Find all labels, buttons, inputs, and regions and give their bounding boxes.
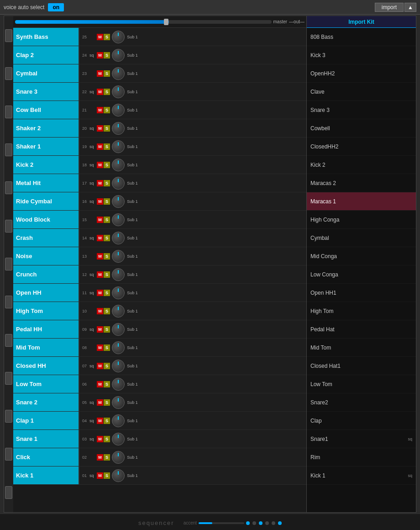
- import-item-7[interactable]: Kick 2: [307, 156, 416, 174]
- knob-18[interactable]: [112, 360, 125, 372]
- solo-btn-24[interactable]: S: [104, 472, 110, 479]
- solo-btn-13[interactable]: S: [104, 271, 110, 278]
- solo-btn-14[interactable]: S: [104, 290, 110, 296]
- mute-btn-19[interactable]: M: [97, 381, 103, 387]
- import-item-21[interactable]: Clap: [307, 412, 416, 430]
- solo-btn-0[interactable]: S: [104, 34, 110, 40]
- knob-16[interactable]: [112, 323, 125, 336]
- solo-btn-8[interactable]: S: [104, 180, 110, 186]
- knob-22[interactable]: [112, 433, 125, 445]
- mute-btn-24[interactable]: M: [97, 472, 103, 479]
- mute-btn-22[interactable]: M: [97, 436, 103, 442]
- import-item-23[interactable]: Rim: [307, 448, 416, 466]
- import-item-3[interactable]: Clave: [307, 83, 416, 101]
- import-item-2[interactable]: OpenHH2: [307, 64, 416, 83]
- track-name-16[interactable]: Pedal HH: [13, 320, 79, 338]
- solo-btn-9[interactable]: S: [104, 198, 110, 205]
- solo-btn-2[interactable]: S: [104, 70, 110, 77]
- import-item-5[interactable]: Cowbell: [307, 119, 416, 138]
- on-button[interactable]: on: [48, 3, 64, 11]
- knob-23[interactable]: [112, 451, 125, 464]
- import-item-18[interactable]: Closed Hat1: [307, 357, 416, 375]
- left-btn-4[interactable]: [5, 143, 12, 156]
- knob-14[interactable]: [112, 286, 125, 299]
- track-name-4[interactable]: Cow Bell: [13, 101, 79, 119]
- knob-3[interactable]: [112, 85, 125, 98]
- track-name-20[interactable]: Snare 2: [13, 393, 79, 411]
- knob-1[interactable]: [112, 49, 125, 62]
- track-name-9[interactable]: Ride Cymbal: [13, 192, 79, 210]
- track-name-2[interactable]: Cymbal: [13, 64, 79, 82]
- track-name-1[interactable]: Clap 2: [13, 46, 79, 64]
- solo-btn-16[interactable]: S: [104, 326, 110, 333]
- left-btn-7[interactable]: [5, 258, 12, 270]
- mute-btn-6[interactable]: M: [97, 143, 103, 150]
- knob-9[interactable]: [112, 195, 125, 208]
- solo-btn-4[interactable]: S: [104, 107, 110, 113]
- solo-btn-3[interactable]: S: [104, 89, 110, 95]
- import-item-13[interactable]: Low Conga: [307, 265, 416, 284]
- solo-btn-20[interactable]: S: [104, 399, 110, 406]
- left-btn-11[interactable]: [5, 410, 12, 423]
- mute-btn-0[interactable]: M: [97, 34, 103, 40]
- knob-6[interactable]: [112, 140, 125, 153]
- left-btn-3[interactable]: [5, 106, 12, 118]
- track-name-11[interactable]: Crash: [13, 229, 79, 247]
- left-btn-9[interactable]: [5, 334, 12, 347]
- mute-btn-18[interactable]: M: [97, 363, 103, 369]
- import-arrow-button[interactable]: ▲: [404, 3, 416, 12]
- solo-btn-6[interactable]: S: [104, 143, 110, 150]
- knob-10[interactable]: [112, 213, 125, 226]
- mute-btn-13[interactable]: M: [97, 271, 103, 278]
- solo-btn-17[interactable]: S: [104, 344, 110, 351]
- left-btn-6[interactable]: [5, 220, 12, 233]
- knob-8[interactable]: [112, 177, 125, 190]
- left-btn-12[interactable]: [5, 448, 12, 461]
- import-item-4[interactable]: Snare 3: [307, 101, 416, 119]
- mute-btn-8[interactable]: M: [97, 180, 103, 186]
- track-name-8[interactable]: Metal Hit: [13, 174, 79, 192]
- import-item-10[interactable]: High Conga: [307, 211, 416, 229]
- accent-slider[interactable]: [199, 522, 244, 524]
- knob-21[interactable]: [112, 414, 125, 427]
- solo-btn-7[interactable]: S: [104, 162, 110, 168]
- import-button[interactable]: import: [375, 3, 404, 12]
- track-name-13[interactable]: Crunch: [13, 265, 79, 283]
- track-name-14[interactable]: Open HH: [13, 284, 79, 302]
- import-item-12[interactable]: Mid Conga: [307, 247, 416, 265]
- left-btn-5[interactable]: [5, 181, 12, 194]
- import-item-14[interactable]: Open HH1: [307, 284, 416, 302]
- mute-btn-17[interactable]: M: [97, 344, 103, 351]
- solo-btn-18[interactable]: S: [104, 363, 110, 369]
- import-item-16[interactable]: Pedal Hat: [307, 320, 416, 339]
- solo-btn-15[interactable]: S: [104, 308, 110, 314]
- import-item-0[interactable]: 808 Bass: [307, 28, 416, 46]
- track-name-10[interactable]: Wood Block: [13, 211, 79, 228]
- import-item-15[interactable]: High Tom: [307, 302, 416, 320]
- import-item-24[interactable]: Kick 1 sq: [307, 466, 416, 485]
- mute-btn-1[interactable]: M: [97, 52, 103, 58]
- track-name-19[interactable]: Low Tom: [13, 375, 79, 393]
- track-name-5[interactable]: Shaker 2: [13, 119, 79, 137]
- track-name-24[interactable]: Kick 1: [13, 466, 79, 484]
- mute-btn-11[interactable]: M: [97, 235, 103, 241]
- mute-btn-9[interactable]: M: [97, 198, 103, 205]
- knob-20[interactable]: [112, 396, 125, 409]
- track-name-18[interactable]: Closed HH: [13, 357, 79, 375]
- solo-btn-23[interactable]: S: [104, 454, 110, 461]
- solo-btn-21[interactable]: S: [104, 418, 110, 424]
- solo-btn-19[interactable]: S: [104, 381, 110, 387]
- track-name-15[interactable]: High Tom: [13, 302, 79, 320]
- track-name-3[interactable]: Snare 3: [13, 83, 79, 101]
- knob-15[interactable]: [112, 305, 125, 318]
- mute-btn-16[interactable]: M: [97, 326, 103, 333]
- left-btn-2[interactable]: [5, 67, 12, 80]
- mute-btn-7[interactable]: M: [97, 162, 103, 168]
- left-btn-8[interactable]: [5, 296, 12, 308]
- mute-btn-10[interactable]: M: [97, 217, 103, 223]
- knob-0[interactable]: [112, 31, 125, 43]
- solo-btn-10[interactable]: S: [104, 217, 110, 223]
- import-item-17[interactable]: Mid Tom: [307, 339, 416, 357]
- solo-btn-11[interactable]: S: [104, 235, 110, 241]
- solo-btn-5[interactable]: S: [104, 125, 110, 132]
